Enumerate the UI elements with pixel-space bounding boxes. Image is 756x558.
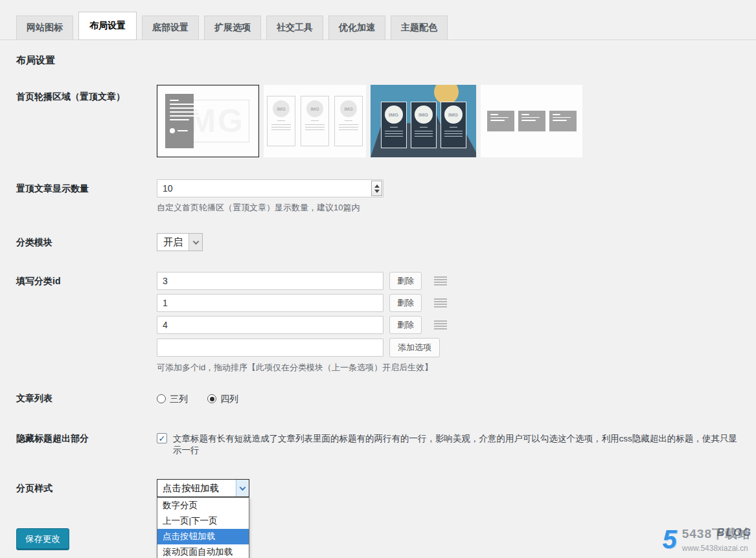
hide-title-checkbox[interactable]: ✓ bbox=[157, 433, 167, 443]
pagination-option-scroll-load[interactable]: 滚动页面自动加载 bbox=[157, 544, 249, 558]
tab-layout-settings[interactable]: 布局设置 bbox=[78, 12, 137, 40]
gray-card bbox=[549, 111, 577, 131]
add-option-button[interactable]: 添加选项 bbox=[389, 338, 440, 357]
watermark-title: 5438下载站 bbox=[682, 527, 751, 541]
save-changes-button[interactable]: 保存更改 bbox=[16, 528, 69, 550]
pagination-dropdown-list: 数字分页 上一页|下一页 点击按钮加载 滚动页面自动加载 bbox=[157, 497, 249, 558]
page-title: 布局设置 bbox=[16, 54, 740, 67]
row-sticky-count: 置顶文章显示数量 自定义首页轮播区（置顶文章）显示数量，建议10篇内 bbox=[16, 179, 740, 214]
radio-four-columns-label[interactable]: 四列 bbox=[220, 393, 238, 405]
category-id-input[interactable] bbox=[157, 272, 384, 290]
pagination-option-prev-next[interactable]: 上一页|下一页 bbox=[157, 513, 249, 529]
pagination-combobox: 点击按钮加载 数字分页 上一页|下一页 点击按钮加载 滚动页面自动加载 bbox=[157, 479, 249, 497]
gray-card bbox=[487, 111, 514, 131]
mini-card: IMG bbox=[301, 96, 329, 146]
select-arrow-button[interactable] bbox=[189, 234, 202, 251]
slider-layout-option-grid[interactable] bbox=[481, 85, 582, 157]
row-pagination-style: 分页样式 点击按钮加载 数字分页 上一页|下一页 点击按钮加载 滚动页面自动加载 bbox=[16, 479, 740, 497]
chevron-down-icon bbox=[240, 484, 246, 491]
tab-optimization[interactable]: 优化加速 bbox=[328, 16, 385, 39]
slider-layout-options: IMG IMG IMG bbox=[157, 85, 582, 157]
field-label-pagination: 分页样式 bbox=[16, 479, 157, 497]
field-label-category-module: 分类模块 bbox=[16, 233, 157, 251]
mini-card-dark: IMG bbox=[441, 102, 466, 148]
settings-content: 布局设置 首页轮播区域（置顶文章） IMG bbox=[0, 54, 756, 550]
hide-title-description: 文章标题有长有短就造成了文章列表里面的标题有的两行有的一行，影响美观，介意的用户… bbox=[173, 433, 740, 456]
thumb-img-circle: IMG bbox=[340, 100, 357, 117]
slider-layout-option-cards-light[interactable]: IMG IMG IMG bbox=[264, 85, 366, 157]
gray-card bbox=[518, 111, 545, 131]
post-list-radio-group: 三列 四列 bbox=[157, 393, 258, 405]
thumb-img-circle: IMG bbox=[306, 100, 323, 117]
watermark-logo: 5 bbox=[662, 526, 676, 552]
category-id-input[interactable] bbox=[157, 316, 384, 334]
thumb-img-circle: IMG bbox=[273, 100, 290, 117]
number-spinner[interactable] bbox=[371, 181, 382, 196]
watermark-url: www.5438xiazai.cn bbox=[682, 544, 748, 553]
category-module-value: 开启 bbox=[157, 234, 189, 251]
delete-id-button[interactable]: 删除 bbox=[389, 294, 422, 312]
thumb-text-panel bbox=[165, 94, 194, 148]
tab-site-icon[interactable]: 网站图标 bbox=[16, 16, 73, 39]
drag-handle-icon[interactable] bbox=[433, 274, 448, 288]
category-id-row: 删除 bbox=[157, 294, 448, 312]
thumb-img-circle: IMG bbox=[444, 106, 463, 124]
sticky-count-help: 自定义首页轮播区（置顶文章）显示数量，建议10篇内 bbox=[157, 202, 384, 214]
row-slider-layout: 首页轮播区域（置顶文章） IMG IMG bbox=[16, 85, 740, 157]
pagination-selected-value: 点击按钮加载 bbox=[157, 480, 236, 497]
select-arrow-button[interactable] bbox=[236, 480, 249, 497]
pagination-select[interactable]: 点击按钮加载 bbox=[157, 479, 249, 497]
mini-card-dark: IMG bbox=[411, 102, 437, 148]
category-id-row: 删除 bbox=[157, 272, 448, 290]
category-module-select[interactable]: 开启 bbox=[157, 233, 203, 251]
spinner-up-icon[interactable] bbox=[374, 184, 380, 188]
tab-bar: 网站图标 布局设置 底部设置 扩展选项 社交工具 优化加速 主题配色 bbox=[0, 0, 756, 40]
tab-extension-options[interactable]: 扩展选项 bbox=[204, 16, 261, 39]
mini-card: IMG bbox=[334, 96, 363, 146]
slider-layout-option-hero[interactable]: IMG bbox=[157, 85, 259, 157]
row-post-list: 文章列表 三列 四列 bbox=[16, 393, 740, 405]
slider-layout-option-cards-dark[interactable]: IMG IMG IMG bbox=[371, 85, 476, 157]
drag-handle-icon[interactable] bbox=[433, 318, 448, 332]
pagination-option-button-load[interactable]: 点击按钮加载 bbox=[157, 529, 249, 544]
delete-id-button[interactable]: 删除 bbox=[389, 316, 422, 334]
category-id-row: 删除 bbox=[157, 316, 448, 334]
avatar-dot bbox=[170, 128, 175, 133]
row-category-module: 分类模块 开启 bbox=[16, 233, 740, 251]
tab-footer-settings[interactable]: 底部设置 bbox=[142, 16, 199, 39]
field-label-post-list: 文章列表 bbox=[16, 393, 157, 405]
chevron-down-icon bbox=[192, 238, 199, 245]
row-category-ids: 填写分类id 删除 删除 删除 bbox=[16, 272, 740, 374]
pagination-option-numeric[interactable]: 数字分页 bbox=[157, 498, 249, 513]
delete-id-button[interactable]: 删除 bbox=[389, 272, 422, 290]
row-hide-title: 隐藏标题超出部分 ✓ 文章标题有长有短就造成了文章列表里面的标题有的两行有的一行… bbox=[16, 433, 740, 456]
sticky-count-input[interactable] bbox=[157, 179, 384, 197]
thumb-img-circle: IMG bbox=[415, 106, 433, 124]
thumb-img-circle: IMG bbox=[385, 106, 403, 124]
category-id-row-new: 添加选项 bbox=[157, 338, 448, 357]
mini-card: IMG bbox=[267, 96, 295, 146]
field-label-category-ids: 填写分类id bbox=[16, 272, 157, 290]
theme-options-page: 网站图标 布局设置 底部设置 扩展选项 社交工具 优化加速 主题配色 布局设置 … bbox=[0, 0, 756, 550]
field-label-sticky-count: 置顶文章显示数量 bbox=[16, 179, 157, 197]
new-category-id-input[interactable] bbox=[157, 339, 384, 357]
radio-three-columns[interactable] bbox=[157, 394, 166, 403]
spinner-down-icon[interactable] bbox=[374, 190, 380, 193]
tab-theme-colors[interactable]: 主题配色 bbox=[391, 16, 448, 39]
tab-social-tools[interactable]: 社交工具 bbox=[266, 16, 323, 39]
mini-card-dark: IMG bbox=[381, 102, 407, 148]
field-label-slider-area: 首页轮播区域（置顶文章） bbox=[16, 85, 157, 103]
drag-handle-icon[interactable] bbox=[433, 296, 448, 310]
category-ids-help: 可添加多个id，拖动排序【此项仅在分类模块（上一条选项）开启后生效】 bbox=[157, 362, 448, 374]
radio-four-columns[interactable] bbox=[207, 394, 216, 403]
category-id-input[interactable] bbox=[157, 294, 384, 312]
radio-three-columns-label[interactable]: 三列 bbox=[170, 393, 188, 405]
site-watermark: 5 BLOG 5438下载站 www.5438xiazai.cn bbox=[662, 526, 751, 553]
field-label-hide-title: 隐藏标题超出部分 bbox=[16, 433, 157, 445]
